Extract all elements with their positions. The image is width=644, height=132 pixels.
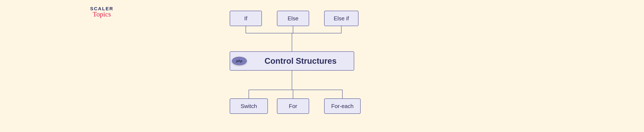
box-foreach: For-each — [324, 98, 361, 114]
foreach-label: For-each — [331, 103, 354, 110]
php-text: php — [236, 59, 242, 63]
box-if: If — [230, 11, 262, 26]
main-title: Control Structures — [264, 57, 336, 66]
else-label: Else — [288, 15, 298, 22]
php-badge: php — [232, 55, 247, 67]
php-ellipse: php — [232, 57, 247, 65]
elseif-label: Else if — [334, 15, 349, 22]
box-else: Else — [277, 11, 309, 26]
for-label: For — [289, 103, 297, 110]
switch-label: Switch — [241, 103, 257, 110]
box-for: For — [277, 98, 309, 114]
box-elseif: Else if — [324, 11, 358, 26]
box-switch: Switch — [230, 98, 268, 114]
box-main: Control Structures — [230, 51, 354, 70]
if-label: If — [244, 15, 247, 22]
